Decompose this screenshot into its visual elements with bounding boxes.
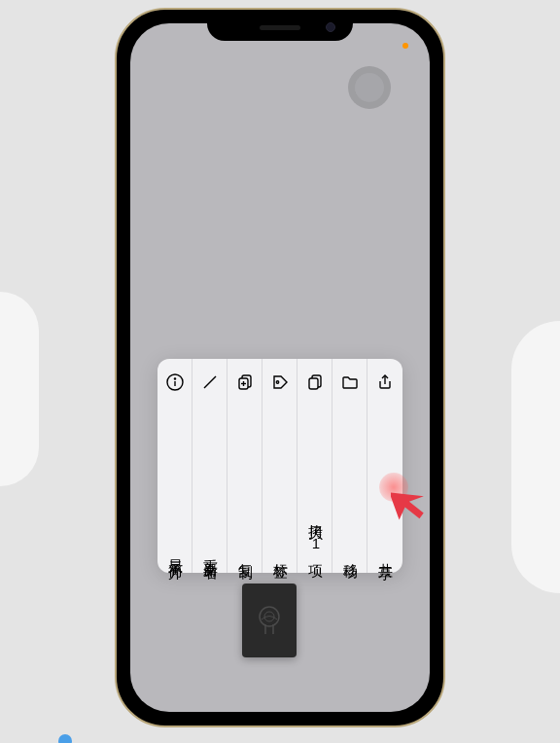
menu-label: 显示简介 [166,548,185,555]
menu-item-copy[interactable]: 复制 [228,359,262,573]
garageband-icon [252,603,287,638]
assistive-touch-inner [355,73,384,102]
phone-inner-frame: 显示简介 重新命名 [121,14,439,722]
folder-icon [340,372,360,392]
menu-label: 重新命名 [201,548,220,555]
phone-notch [207,14,353,41]
bg-decoration-right [511,321,560,593]
svg-rect-8 [309,378,318,389]
svg-point-1 [174,378,175,379]
bg-decoration-dot [58,734,72,743]
menu-label: 共享 [376,551,395,555]
svg-point-7 [276,381,278,383]
pencil-icon [200,372,220,392]
bg-decoration-left [0,292,39,486]
info-circle-icon [165,372,185,392]
assistive-touch-button[interactable] [348,66,391,109]
menu-item-move[interactable]: 移动 [332,359,368,573]
tag-icon [270,372,290,392]
svg-line-3 [204,376,216,388]
menu-label: 标签 [271,551,290,555]
menu-item-info[interactable]: 显示简介 [158,359,192,573]
menu-item-copy-item[interactable]: 拷贝 1项 [298,359,332,573]
notch-camera [326,22,335,32]
share-icon [375,372,395,392]
privacy-indicator-dot [402,43,408,49]
menu-item-rename[interactable]: 重新命名 [192,359,228,573]
menu-item-share[interactable]: 共享 [368,359,402,573]
menu-label: 拷贝 1项 [306,513,325,555]
menu-label: 复制 [236,551,255,555]
copy-doc-icon [305,372,325,392]
duplicate-icon [235,372,255,392]
phone-screen: 显示简介 重新命名 [130,23,430,712]
file-thumbnail[interactable] [242,584,297,657]
menu-label: 移动 [341,551,360,555]
notch-speaker [260,25,300,30]
context-menu: 显示简介 重新命名 [158,359,402,573]
phone-frame: 显示简介 重新命名 [115,8,445,727]
red-pointer-arrow [391,485,430,528]
menu-item-tags[interactable]: 标签 [262,359,298,573]
